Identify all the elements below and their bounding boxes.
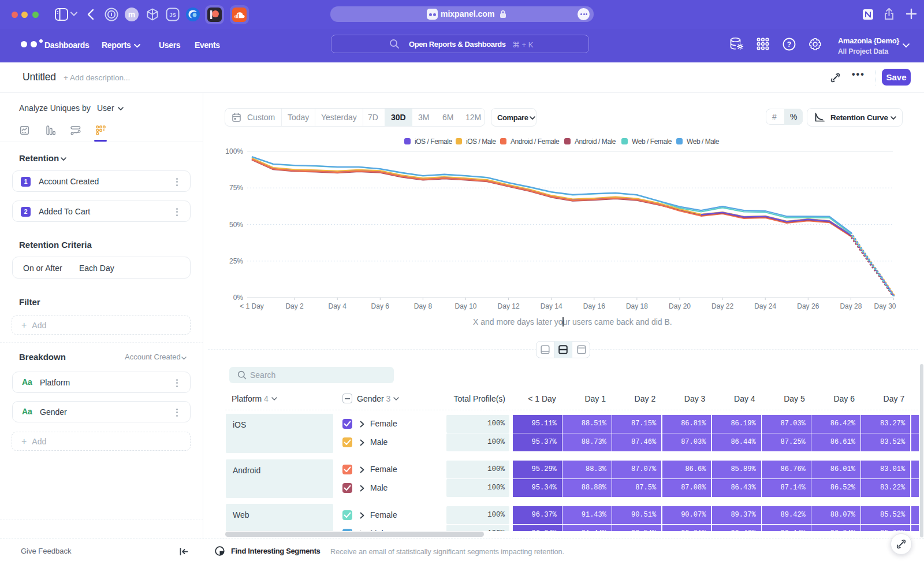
svg-text:Day 8: Day 8 [414, 302, 433, 310]
svg-text:50%: 50% [229, 221, 243, 229]
svg-text:Day 30: Day 30 [874, 302, 896, 310]
svg-text:Day 24: Day 24 [754, 302, 776, 310]
svg-text:Day 14: Day 14 [541, 302, 562, 310]
svg-text:Day 20: Day 20 [669, 302, 691, 310]
svg-text:25%: 25% [229, 257, 243, 265]
svg-text:75%: 75% [229, 184, 243, 192]
svg-text:Day 16: Day 16 [583, 302, 605, 310]
svg-text:< 1 Day: < 1 Day [240, 302, 264, 310]
svg-text:Day 2: Day 2 [285, 302, 304, 310]
svg-text:Day 28: Day 28 [840, 302, 862, 310]
svg-text:Day 12: Day 12 [498, 302, 520, 310]
svg-text:Day 22: Day 22 [711, 302, 733, 310]
svg-text:100%: 100% [225, 147, 243, 155]
svg-text:Day 6: Day 6 [371, 302, 390, 310]
svg-text:?: ? [787, 40, 791, 49]
svg-text:Day 26: Day 26 [797, 302, 819, 310]
svg-text:Day 18: Day 18 [626, 302, 648, 310]
svg-text:Day 4: Day 4 [329, 302, 347, 310]
svg-text:0%: 0% [233, 294, 244, 302]
svg-text:Day 10: Day 10 [454, 302, 476, 310]
svg-text:JS: JS [169, 12, 176, 18]
